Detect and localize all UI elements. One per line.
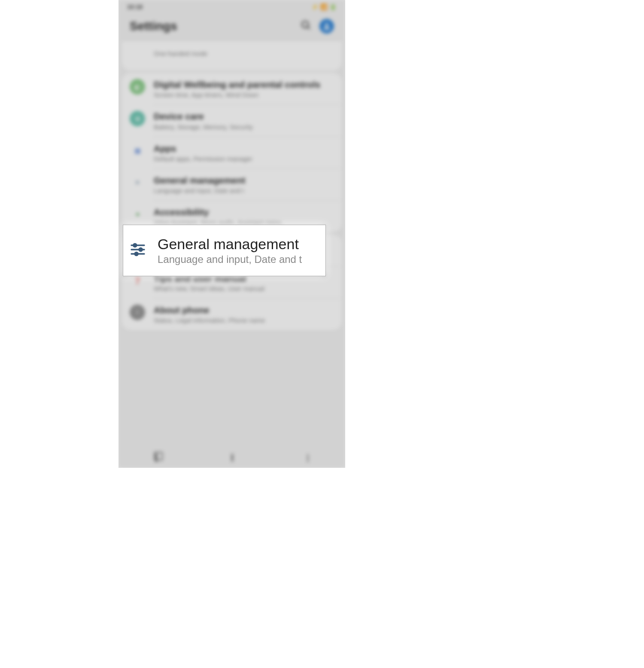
account-avatar[interactable] — [319, 19, 334, 34]
highlight-subtitle: Language and input, Date and t — [158, 253, 319, 265]
nav-back-icon[interactable] — [307, 454, 308, 462]
item-sub: Battery, Storage, Memory, Security — [154, 123, 334, 131]
settings-card-1: ◐Digital Wellbeing and parental controls… — [122, 73, 342, 232]
list-item[interactable]: ▦AppsDefault apps, Permission manager — [122, 137, 342, 168]
item-sub: Default apps, Permission manager — [154, 155, 334, 162]
item-icon: ▦ — [130, 143, 145, 159]
item-icon: ✦ — [130, 207, 145, 222]
item-title: Accessibility — [154, 207, 334, 218]
nav-home-icon[interactable] — [231, 454, 233, 462]
item-title: Digital Wellbeing and parental controls — [154, 79, 334, 90]
item-sub: One-handed mode — [154, 50, 334, 57]
list-item[interactable]: iAbout phoneStatus, Legal information, P… — [122, 299, 342, 330]
list-item[interactable]: ⊕Device careBattery, Storage, Memory, Se… — [122, 105, 342, 136]
item-sub: Language and input, Date and t — [154, 187, 334, 194]
svg-point-2 — [325, 23, 328, 26]
list-item[interactable]: ≡General managementLanguage and input, D… — [122, 169, 342, 200]
item-icon: ◐ — [130, 79, 145, 95]
list-item[interactable]: One-handed mode — [122, 43, 342, 70]
search-icon[interactable] — [301, 20, 312, 33]
item-sub: What's new, Smart ideas, User manual — [154, 285, 334, 292]
settings-card-truncated: One-handed mode — [122, 41, 342, 70]
svg-point-4 — [134, 244, 137, 247]
android-navbar — [118, 448, 345, 468]
svg-point-0 — [302, 21, 308, 27]
svg-point-6 — [139, 248, 142, 251]
nav-recent-icon[interactable] — [155, 454, 157, 462]
item-icon: ⊕ — [130, 111, 145, 126]
item-sub: Screen time, App timers, Wind Down — [154, 91, 334, 98]
item-title: General management — [154, 175, 334, 186]
item-title: About phone — [154, 305, 334, 316]
list-item[interactable]: ◐Digital Wellbeing and parental controls… — [122, 73, 342, 104]
placeholder-icon — [130, 49, 145, 64]
item-title: Device care — [154, 111, 334, 122]
highlight-title: General management — [158, 236, 319, 253]
item-icon: i — [130, 305, 145, 320]
item-sub: Status, Legal information, Phone name — [154, 317, 334, 324]
status-bar: 10:18 ⚡ 📶 🔋 — [118, 0, 345, 14]
sliders-icon — [129, 241, 146, 260]
status-icons: ⚡ 📶 🔋 — [311, 3, 337, 10]
svg-point-8 — [135, 252, 138, 255]
svg-line-1 — [307, 27, 310, 29]
general-management-highlight[interactable]: General management Language and input, D… — [123, 225, 326, 276]
item-icon: ≡ — [130, 175, 145, 190]
header: Settings — [118, 14, 345, 41]
item-title: Apps — [154, 143, 334, 154]
status-time: 10:18 — [127, 3, 143, 10]
page-title: Settings — [130, 19, 301, 33]
